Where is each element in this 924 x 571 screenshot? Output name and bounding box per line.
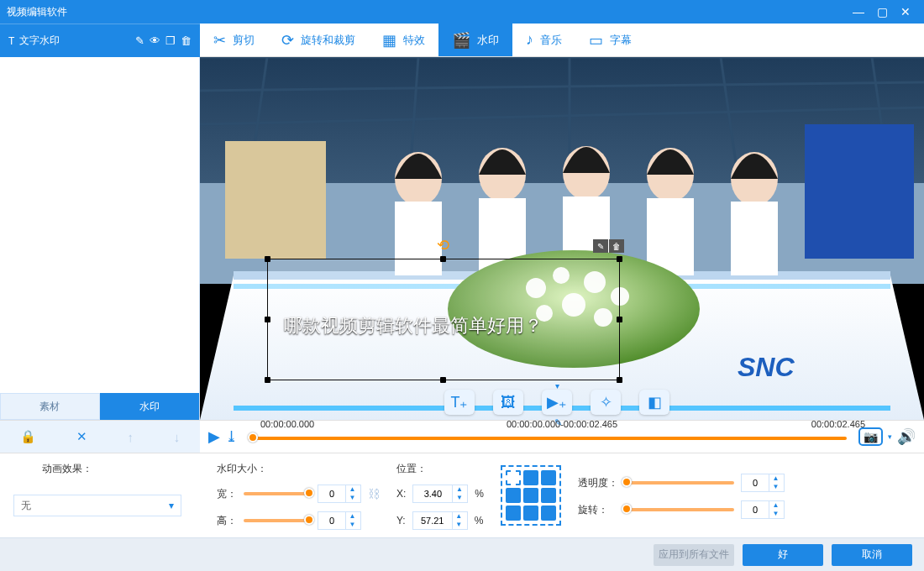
overlay-delete-icon[interactable]: 🗑 <box>609 239 624 253</box>
opacity-slider[interactable] <box>625 481 734 485</box>
pos-tr[interactable] <box>541 470 556 485</box>
tab-effects[interactable]: ▦特效 <box>369 24 438 56</box>
height-slider[interactable] <box>244 519 311 522</box>
tab-cut[interactable]: ✂剪切 <box>200 24 268 56</box>
pos-ml[interactable] <box>506 488 521 503</box>
sparkle-icon: ▦ <box>382 31 396 50</box>
edit-icon[interactable]: ✎ <box>135 34 144 47</box>
tab-music[interactable]: ♪音乐 <box>512 24 575 56</box>
overlay-edit-icon[interactable]: ✎ <box>593 239 608 253</box>
export-frame-button[interactable]: ⤓ <box>225 427 238 446</box>
position-grid[interactable] <box>501 465 561 526</box>
svg-rect-25 <box>731 202 778 275</box>
y-input[interactable]: ▲▼ <box>412 511 468 530</box>
animation-label: 动画效果： <box>42 462 200 476</box>
pos-tl[interactable] <box>506 470 521 485</box>
pos-tm[interactable] <box>523 470 538 485</box>
window-title: 视频编辑软件 <box>7 5 847 19</box>
aspect-lock-icon[interactable]: ⛓ <box>368 487 380 500</box>
opacity-label: 透明度： <box>578 476 618 490</box>
main-area: 素材 水印 <box>0 57 924 420</box>
watermark-list <box>0 57 199 393</box>
watermark-icon: 🎬 <box>452 31 470 50</box>
animation-select[interactable]: 无 ▾ <box>13 495 181 516</box>
svg-text:SNC: SNC <box>738 352 795 382</box>
timeline-track[interactable] <box>248 428 847 445</box>
x-input[interactable]: ▲▼ <box>412 485 468 503</box>
minimize-button[interactable]: — <box>847 5 870 18</box>
timeline: ▶ ⤓ 00:00:00.000 ✎ 00:00:00.000-00:00:02… <box>200 421 924 453</box>
visibility-icon[interactable]: 👁 <box>150 34 160 47</box>
sidebar: 素材 水印 <box>0 57 200 420</box>
width-input[interactable]: ▲▼ <box>318 485 361 503</box>
music-icon: ♪ <box>526 31 533 49</box>
timeline-row: 🔒 ✕ ↑ ↓ ▶ ⤓ 00:00:00.000 ✎ 00:00:00.000-… <box>0 420 924 453</box>
snapshot-dropdown[interactable]: ▾ <box>888 432 892 441</box>
tab-subtitle[interactable]: ▭字幕 <box>575 24 645 56</box>
list-action-bar: 🔒 ✕ ↑ ↓ <box>0 421 200 453</box>
crop-icon: ⟳ <box>281 31 294 50</box>
position-label: 位置： <box>396 462 484 476</box>
rotate-slider[interactable] <box>625 508 734 511</box>
close-button[interactable]: ✕ <box>894 5 917 18</box>
play-button[interactable]: ▶ <box>208 427 220 446</box>
width-slider[interactable] <box>244 492 311 495</box>
rotate-label: 旋转： <box>578 503 608 517</box>
pos-mm[interactable] <box>523 488 538 503</box>
handle-top-right[interactable] <box>617 256 622 262</box>
spin-down[interactable]: ▼ <box>346 494 359 502</box>
copy-icon[interactable]: ❐ <box>165 34 176 47</box>
handle-bot-mid[interactable] <box>440 377 446 383</box>
cancel-button[interactable]: 取消 <box>832 544 912 566</box>
watermark-type-buttons: T₊ 🖼 ▶₊ ✧ ◧ <box>444 390 669 415</box>
tab-watermark-list[interactable]: 水印 <box>100 393 200 420</box>
spin-up[interactable]: ▲ <box>346 485 359 494</box>
snapshot-button[interactable]: 📷 <box>858 427 883 446</box>
remove-icon[interactable]: ✕ <box>76 429 87 444</box>
handle-bot-right[interactable] <box>617 377 622 383</box>
pos-br[interactable] <box>541 506 556 521</box>
add-video-watermark-button[interactable]: ▶₊ <box>542 390 572 415</box>
delete-icon[interactable]: 🗑 <box>181 34 192 47</box>
add-text-watermark-button[interactable]: T₊ <box>444 390 475 415</box>
height-label: 高： <box>217 514 237 528</box>
watermark-text[interactable]: 哪款视频剪辑软件最简单好用？ <box>284 313 543 338</box>
lock-icon[interactable]: 🔒 <box>20 429 36 444</box>
rotate-handle-icon[interactable]: ⟲ <box>437 236 449 254</box>
width-label: 宽： <box>217 487 237 501</box>
handle-mid-right[interactable] <box>617 317 622 322</box>
apply-all-button[interactable]: 应用到所有文件 <box>654 544 734 566</box>
height-input[interactable]: ▲▼ <box>318 511 361 530</box>
move-down-icon: ↓ <box>174 430 181 444</box>
tab-watermark[interactable]: 🎬水印 <box>438 24 512 56</box>
add-shape-watermark-button[interactable]: ✧ <box>591 390 621 415</box>
rotate-input[interactable]: ▲▼ <box>741 500 785 519</box>
text-icon: T <box>8 35 14 47</box>
pos-bl[interactable] <box>506 506 521 521</box>
maximize-button[interactable]: ▢ <box>870 5 894 18</box>
eraser-button[interactable]: ◧ <box>639 390 669 415</box>
timeline-playhead[interactable] <box>248 432 258 443</box>
move-up-icon: ↑ <box>127 430 134 444</box>
handle-top-left[interactable] <box>265 256 270 262</box>
properties-panel: 动画效果： 无 ▾ 水印大小： 宽： ▲▼ ⛓ 高： ▲▼ 位置： X: ▲▼ … <box>0 453 924 537</box>
title-bar: 视频编辑软件 — ▢ ✕ <box>0 0 924 24</box>
x-label: X: <box>396 488 406 500</box>
tab-rotate-crop[interactable]: ⟳旋转和裁剪 <box>268 24 369 56</box>
y-label: Y: <box>396 515 406 526</box>
volume-button[interactable]: 🔊 <box>897 427 916 446</box>
main-tabs: ✂剪切 ⟳旋转和裁剪 ▦特效 🎬水印 ♪音乐 ▭字幕 <box>200 24 924 56</box>
sidebar-bottom-tabs: 素材 水印 <box>0 393 199 420</box>
tab-material[interactable]: 素材 <box>0 393 100 420</box>
pos-mr[interactable] <box>541 488 556 503</box>
ok-button[interactable]: 好 <box>743 544 823 566</box>
svg-rect-10 <box>225 141 326 259</box>
add-image-watermark-button[interactable]: 🖼 <box>493 390 523 415</box>
handle-bot-left[interactable] <box>265 377 270 383</box>
watermark-item-header[interactable]: T 文字水印 ✎ 👁 ❐ 🗑 <box>0 24 200 57</box>
opacity-input[interactable]: ▲▼ <box>741 474 785 492</box>
handle-mid-left[interactable] <box>265 317 270 322</box>
pos-bm[interactable] <box>523 506 538 521</box>
video-preview[interactable]: SNC ⟲ ✎ 🗑 哪款视频剪辑软件最简单好用？ T₊ 🖼 ▶₊ ✧ ◧ <box>200 57 924 420</box>
handle-top-mid[interactable] <box>440 256 446 262</box>
